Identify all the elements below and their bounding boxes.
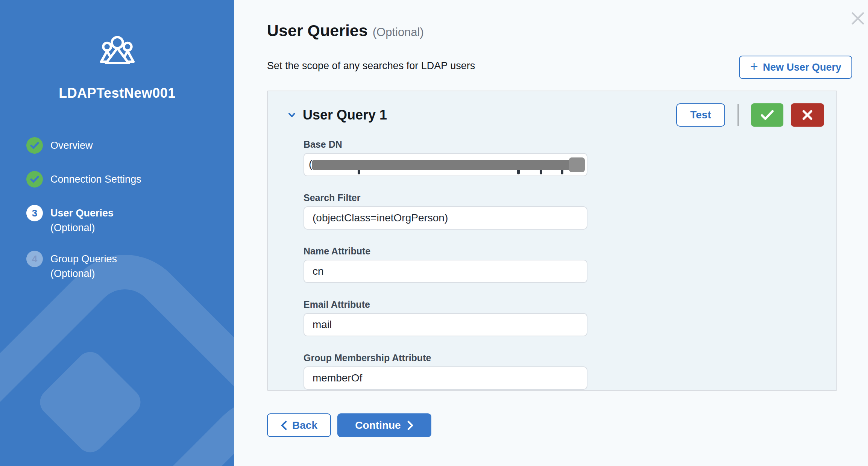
- confirm-query-button[interactable]: [751, 103, 783, 127]
- group-of-people-icon: [99, 35, 136, 64]
- user-query-panel-header: User Query 1 Test: [287, 103, 824, 127]
- new-user-query-label: New User Query: [763, 62, 841, 73]
- connection-name: LDAPTestNew001: [0, 85, 234, 101]
- step-number-badge: 3: [26, 205, 43, 221]
- chevron-down-icon: [287, 110, 297, 120]
- page-title: User Queries(Optional): [267, 21, 424, 40]
- step-connection-settings[interactable]: Connection Settings: [26, 171, 234, 188]
- group-membership-attribute-label: Group Membership Attribute: [303, 353, 587, 363]
- main-content: User Queries(Optional) Set the scope of …: [234, 0, 868, 466]
- continue-label: Continue: [355, 419, 401, 431]
- delete-query-button[interactable]: [791, 103, 824, 127]
- close-button[interactable]: [850, 11, 866, 27]
- page-title-optional: (Optional): [373, 26, 424, 39]
- step-sublabel: (Optional): [50, 222, 95, 233]
- name-attribute-label: Name Attribute: [303, 246, 587, 256]
- back-label: Back: [292, 419, 317, 431]
- query-fields: Base DN ( Search Filter: [303, 139, 587, 390]
- query-actions: Test: [676, 103, 824, 127]
- search-filter-input[interactable]: [303, 206, 587, 230]
- back-button[interactable]: Back: [267, 413, 331, 437]
- collapse-toggle[interactable]: [287, 110, 297, 120]
- wizard-footer: Back Continue: [267, 413, 431, 437]
- chevron-right-icon: [407, 421, 414, 430]
- step-overview[interactable]: Overview: [26, 137, 234, 154]
- chevron-left-icon: [281, 421, 287, 430]
- user-query-title: User Query 1: [303, 107, 387, 123]
- field-group-membership-attribute: Group Membership Attribute: [303, 353, 587, 390]
- redaction-end-cap: [569, 157, 585, 172]
- email-attribute-label: Email Attribute: [303, 299, 587, 310]
- step-label: Connection Settings: [50, 174, 141, 185]
- name-attribute-input[interactable]: [303, 260, 587, 283]
- base-dn-label: Base DN: [303, 139, 587, 150]
- sidebar: LDAPTestNew001 Overview Connection Setti…: [0, 0, 234, 466]
- field-search-filter: Search Filter: [303, 192, 587, 230]
- ldap-wizard-modal: LDAPTestNew001 Overview Connection Setti…: [0, 0, 868, 466]
- new-user-query-button[interactable]: + New User Query: [739, 56, 852, 79]
- field-email-attribute: Email Attribute: [303, 299, 587, 336]
- page-subtitle: Set the scope of any searches for LDAP u…: [267, 60, 475, 72]
- redaction-bar: [312, 160, 572, 170]
- step-user-queries[interactable]: 3 User Queries (Optional): [26, 205, 234, 234]
- email-attribute-input[interactable]: [303, 313, 587, 336]
- user-query-panel: User Query 1 Test: [267, 91, 837, 391]
- step-label: Group Queries: [50, 253, 117, 265]
- x-icon: [802, 109, 813, 121]
- field-base-dn: Base DN (: [303, 139, 587, 176]
- step-group-queries[interactable]: 4 Group Queries (Optional): [26, 251, 234, 280]
- field-name-attribute: Name Attribute: [303, 246, 587, 283]
- group-membership-attribute-input[interactable]: [303, 366, 587, 390]
- continue-button[interactable]: Continue: [337, 413, 431, 437]
- actions-divider: [737, 104, 739, 126]
- check-icon: [760, 109, 774, 121]
- close-icon: [851, 12, 865, 25]
- wizard-steps: Overview Connection Settings 3 User Quer…: [26, 137, 234, 280]
- page-title-text: User Queries: [267, 21, 368, 39]
- step-number-badge: 4: [26, 251, 43, 267]
- step-sublabel: (Optional): [50, 268, 95, 279]
- step-complete-check-icon: [26, 171, 43, 188]
- search-filter-label: Search Filter: [303, 192, 587, 203]
- step-label: Overview: [50, 140, 93, 151]
- test-button[interactable]: Test: [676, 103, 725, 127]
- plus-icon: +: [750, 60, 758, 73]
- base-dn-input[interactable]: (: [303, 153, 587, 176]
- step-complete-check-icon: [26, 137, 43, 154]
- step-label: User Queries: [50, 207, 114, 219]
